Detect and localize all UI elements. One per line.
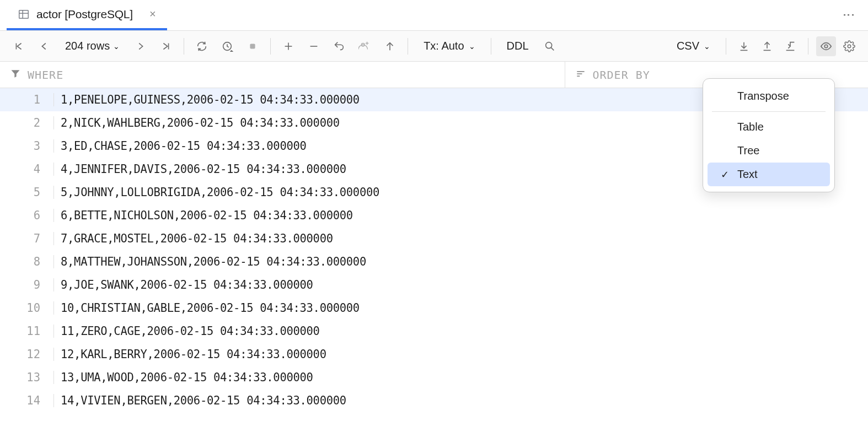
first-page-button[interactable] xyxy=(9,36,29,56)
data-row[interactable]: 66,BETTE,NICHOLSON,2006-02-15 04:34:33.0… xyxy=(0,204,868,227)
ddl-label: DDL xyxy=(507,40,529,52)
line-content: 11,ZERO,CAGE,2006-02-15 04:34:33.000000 xyxy=(54,325,320,338)
separator xyxy=(184,38,184,55)
settings-button[interactable] xyxy=(839,36,859,56)
chevron-down-icon: ⌄ xyxy=(113,42,120,51)
history-button[interactable] xyxy=(217,36,237,56)
line-content: 5,JOHNNY,LOLLOBRIGIDA,2006-02-15 04:34:3… xyxy=(54,186,379,199)
popup-label: Table xyxy=(737,121,764,133)
line-number: 4 xyxy=(0,163,54,176)
data-row[interactable]: 88,MATTHEW,JOHANSSON,2006-02-15 04:34:33… xyxy=(0,250,868,273)
line-content: 14,VIVIEN,BERGEN,2006-02-15 04:34:33.000… xyxy=(54,394,346,407)
svg-point-20 xyxy=(848,45,851,48)
line-number: 11 xyxy=(0,325,54,338)
line-number: 14 xyxy=(0,394,54,407)
svg-point-19 xyxy=(824,45,828,48)
line-content: 1,PENELOPE,GUINESS,2006-02-15 04:34:33.0… xyxy=(54,93,360,106)
line-content: 4,JENNIFER,DAVIS,2006-02-15 04:34:33.000… xyxy=(54,163,346,176)
separator xyxy=(808,38,808,55)
line-content: 13,UMA,WOOD,2006-02-15 04:34:33.000000 xyxy=(54,371,313,384)
data-row[interactable]: 1212,KARL,BERRY,2006-02-15 04:34:33.0000… xyxy=(0,343,868,366)
data-row[interactable]: 1414,VIVIEN,BERGEN,2006-02-15 04:34:33.0… xyxy=(0,389,868,412)
data-row[interactable]: 1313,UMA,WOOD,2006-02-15 04:34:33.000000 xyxy=(0,366,868,389)
toolbar: 204 rows ⌄ Tx: Auto ⌄ DDL CSV ⌄ xyxy=(0,31,868,62)
chevron-down-icon: ⌄ xyxy=(469,42,475,51)
last-page-button[interactable] xyxy=(156,36,176,56)
table-icon xyxy=(18,8,30,20)
line-content: 8,MATTHEW,JOHANSSON,2006-02-15 04:34:33.… xyxy=(54,255,366,268)
popup-label: Transpose xyxy=(737,90,789,102)
line-content: 12,KARL,BERRY,2006-02-15 04:34:33.000000 xyxy=(54,348,326,361)
data-row[interactable]: 1111,ZERO,CAGE,2006-02-15 04:34:33.00000… xyxy=(0,320,868,343)
preview-changes-button[interactable] xyxy=(355,36,374,56)
line-content: 2,NICK,WAHLBERG,2006-02-15 04:34:33.0000… xyxy=(54,116,340,129)
popup-label: Text xyxy=(737,168,758,181)
separator xyxy=(712,111,826,112)
popup-item-table[interactable]: Table xyxy=(708,115,830,139)
line-number: 10 xyxy=(0,301,54,315)
line-number: 3 xyxy=(0,139,54,153)
line-number: 7 xyxy=(0,232,54,245)
where-label: WHERE xyxy=(28,68,63,82)
filter-icon xyxy=(10,68,21,81)
where-filter[interactable]: WHERE xyxy=(0,62,565,88)
tab-more-icon[interactable]: ⋮ xyxy=(836,7,861,24)
svg-line-13 xyxy=(551,47,554,50)
line-number: 6 xyxy=(0,209,54,222)
popup-item-transpose[interactable]: Transpose xyxy=(708,84,830,108)
submit-button[interactable] xyxy=(380,36,400,56)
stop-button[interactable] xyxy=(243,36,262,56)
ddl-button[interactable]: DDL xyxy=(499,37,537,55)
data-row[interactable]: 1010,CHRISTIAN,GABLE,2006-02-15 04:34:33… xyxy=(0,296,868,320)
import-button[interactable] xyxy=(780,36,800,56)
close-icon[interactable]: × xyxy=(149,8,156,20)
remove-row-button[interactable] xyxy=(304,36,324,56)
line-content: 10,CHRISTIAN,GABLE,2006-02-15 04:34:33.0… xyxy=(54,301,360,315)
line-content: 6,BETTE,NICHOLSON,2006-02-15 04:34:33.00… xyxy=(54,209,353,222)
separator xyxy=(726,38,726,55)
line-number: 2 xyxy=(0,116,54,129)
tab-title: actor [PostgreSQL] xyxy=(36,8,133,21)
svg-point-12 xyxy=(545,42,551,48)
view-mode-button[interactable] xyxy=(816,36,836,56)
add-row-button[interactable] xyxy=(278,36,298,56)
tx-mode-dropdown[interactable]: Tx: Auto ⌄ xyxy=(416,37,483,55)
line-content: 9,JOE,SWANK,2006-02-15 04:34:33.000000 xyxy=(54,278,313,291)
rowcount-dropdown[interactable]: 204 rows ⌄ xyxy=(60,37,125,55)
separator xyxy=(270,38,271,55)
popup-item-text[interactable]: ✓ Text xyxy=(708,163,830,186)
data-row[interactable]: 77,GRACE,MOSTEL,2006-02-15 04:34:33.0000… xyxy=(0,227,868,250)
orderby-label: ORDER BY xyxy=(593,68,650,82)
search-button[interactable] xyxy=(540,36,560,56)
svg-rect-0 xyxy=(19,10,29,18)
check-icon: ✓ xyxy=(721,169,732,181)
upload-button[interactable] xyxy=(757,36,777,56)
line-number: 5 xyxy=(0,186,54,199)
line-number: 1 xyxy=(0,93,54,106)
tab-actor[interactable]: actor [PostgreSQL] × xyxy=(7,0,167,30)
popup-label: Tree xyxy=(737,144,759,157)
next-page-button[interactable] xyxy=(131,36,151,56)
export-format-dropdown[interactable]: CSV ⌄ xyxy=(669,37,718,55)
view-mode-popup: Transpose Table Tree ✓ Text xyxy=(703,78,835,192)
line-number: 13 xyxy=(0,371,54,384)
svg-rect-6 xyxy=(250,44,255,48)
tx-label: Tx: Auto xyxy=(424,40,464,52)
line-content: 3,ED,CHASE,2006-02-15 04:34:33.000000 xyxy=(54,139,307,153)
chevron-down-icon: ⌄ xyxy=(704,42,710,51)
download-button[interactable] xyxy=(734,36,754,56)
data-row[interactable]: 99,JOE,SWANK,2006-02-15 04:34:33.000000 xyxy=(0,273,868,296)
tab-bar: actor [PostgreSQL] × ⋮ xyxy=(0,0,868,31)
revert-button[interactable] xyxy=(329,36,349,56)
sort-icon xyxy=(575,68,586,81)
prev-page-button[interactable] xyxy=(34,36,54,56)
rowcount-label: 204 rows xyxy=(65,40,110,52)
separator xyxy=(408,38,408,55)
popup-item-tree[interactable]: Tree xyxy=(708,139,830,163)
line-content: 7,GRACE,MOSTEL,2006-02-15 04:34:33.00000… xyxy=(54,232,333,245)
csv-label: CSV xyxy=(677,40,699,52)
line-number: 8 xyxy=(0,255,54,268)
refresh-button[interactable] xyxy=(192,36,212,56)
separator xyxy=(491,38,491,55)
line-number: 12 xyxy=(0,348,54,361)
